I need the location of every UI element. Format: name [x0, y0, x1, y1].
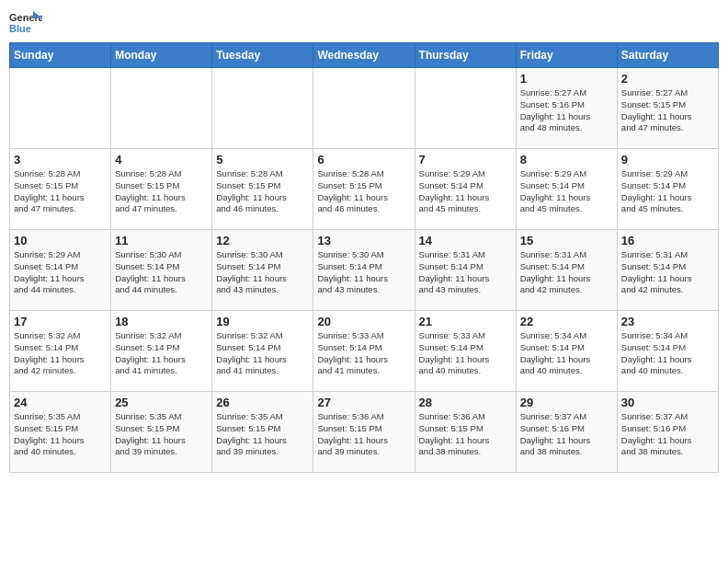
day-info: Sunrise: 5:29 AM Sunset: 5:14 PM Dayligh…	[14, 249, 107, 296]
page-header: General Blue	[9, 9, 719, 35]
calendar-cell: 2Sunrise: 5:27 AM Sunset: 5:15 PM Daylig…	[617, 68, 718, 149]
calendar-cell: 4Sunrise: 5:28 AM Sunset: 5:15 PM Daylig…	[111, 149, 212, 230]
day-number: 22	[520, 315, 613, 328]
day-number: 11	[115, 234, 208, 247]
day-number: 18	[115, 315, 208, 328]
calendar-cell	[313, 68, 415, 149]
calendar-cell: 7Sunrise: 5:29 AM Sunset: 5:14 PM Daylig…	[415, 149, 516, 230]
day-number: 19	[216, 315, 309, 328]
day-number: 4	[115, 153, 208, 167]
calendar-cell: 23Sunrise: 5:34 AM Sunset: 5:14 PM Dayli…	[617, 311, 718, 392]
day-info: Sunrise: 5:31 AM Sunset: 5:14 PM Dayligh…	[520, 249, 613, 296]
day-info: Sunrise: 5:30 AM Sunset: 5:14 PM Dayligh…	[115, 249, 208, 296]
svg-text:Blue: Blue	[9, 23, 31, 34]
day-info: Sunrise: 5:35 AM Sunset: 5:15 PM Dayligh…	[14, 411, 107, 458]
calendar-week-row: 1Sunrise: 5:27 AM Sunset: 5:16 PM Daylig…	[10, 68, 719, 149]
calendar-cell: 10Sunrise: 5:29 AM Sunset: 5:14 PM Dayli…	[10, 230, 111, 311]
calendar-cell: 27Sunrise: 5:36 AM Sunset: 5:15 PM Dayli…	[313, 392, 415, 473]
day-number: 24	[14, 396, 107, 409]
calendar-cell: 15Sunrise: 5:31 AM Sunset: 5:14 PM Dayli…	[516, 230, 617, 311]
day-number: 2	[621, 72, 714, 86]
calendar-cell: 30Sunrise: 5:37 AM Sunset: 5:16 PM Dayli…	[617, 392, 718, 473]
day-number: 6	[317, 153, 410, 167]
calendar-week-row: 24Sunrise: 5:35 AM Sunset: 5:15 PM Dayli…	[10, 392, 719, 473]
day-info: Sunrise: 5:34 AM Sunset: 5:14 PM Dayligh…	[621, 330, 714, 377]
calendar-cell: 13Sunrise: 5:30 AM Sunset: 5:14 PM Dayli…	[313, 230, 415, 311]
calendar-cell: 3Sunrise: 5:28 AM Sunset: 5:15 PM Daylig…	[10, 149, 111, 230]
calendar-week-row: 17Sunrise: 5:32 AM Sunset: 5:14 PM Dayli…	[10, 311, 719, 392]
calendar-cell: 22Sunrise: 5:34 AM Sunset: 5:14 PM Dayli…	[516, 311, 617, 392]
day-info: Sunrise: 5:34 AM Sunset: 5:14 PM Dayligh…	[520, 330, 613, 377]
calendar-cell: 24Sunrise: 5:35 AM Sunset: 5:15 PM Dayli…	[10, 392, 111, 473]
weekday-header: Saturday	[617, 43, 718, 68]
calendar-week-row: 10Sunrise: 5:29 AM Sunset: 5:14 PM Dayli…	[10, 230, 719, 311]
calendar-table: SundayMondayTuesdayWednesdayThursdayFrid…	[9, 42, 719, 473]
day-info: Sunrise: 5:31 AM Sunset: 5:14 PM Dayligh…	[621, 249, 714, 296]
day-info: Sunrise: 5:35 AM Sunset: 5:15 PM Dayligh…	[216, 411, 309, 458]
calendar-cell: 5Sunrise: 5:28 AM Sunset: 5:15 PM Daylig…	[212, 149, 313, 230]
calendar-cell: 20Sunrise: 5:33 AM Sunset: 5:14 PM Dayli…	[313, 311, 415, 392]
calendar-cell: 9Sunrise: 5:29 AM Sunset: 5:14 PM Daylig…	[617, 149, 718, 230]
day-info: Sunrise: 5:33 AM Sunset: 5:14 PM Dayligh…	[419, 330, 512, 377]
calendar-cell: 11Sunrise: 5:30 AM Sunset: 5:14 PM Dayli…	[111, 230, 212, 311]
day-number: 7	[419, 153, 512, 167]
day-info: Sunrise: 5:27 AM Sunset: 5:16 PM Dayligh…	[520, 87, 613, 134]
day-number: 8	[520, 153, 613, 167]
calendar-cell	[415, 68, 516, 149]
day-info: Sunrise: 5:37 AM Sunset: 5:16 PM Dayligh…	[520, 411, 613, 458]
day-number: 27	[317, 396, 410, 409]
day-number: 15	[520, 234, 613, 247]
day-info: Sunrise: 5:30 AM Sunset: 5:14 PM Dayligh…	[216, 249, 309, 296]
calendar-header-row: SundayMondayTuesdayWednesdayThursdayFrid…	[10, 43, 719, 68]
day-info: Sunrise: 5:29 AM Sunset: 5:14 PM Dayligh…	[621, 168, 714, 215]
day-number: 25	[115, 396, 208, 409]
calendar-cell	[212, 68, 313, 149]
day-info: Sunrise: 5:31 AM Sunset: 5:14 PM Dayligh…	[419, 249, 512, 296]
day-info: Sunrise: 5:28 AM Sunset: 5:15 PM Dayligh…	[14, 168, 107, 215]
day-number: 17	[14, 315, 107, 328]
day-info: Sunrise: 5:32 AM Sunset: 5:14 PM Dayligh…	[115, 330, 208, 377]
calendar-cell: 6Sunrise: 5:28 AM Sunset: 5:15 PM Daylig…	[313, 149, 415, 230]
weekday-header: Monday	[111, 43, 212, 68]
day-info: Sunrise: 5:28 AM Sunset: 5:15 PM Dayligh…	[115, 168, 208, 215]
calendar-week-row: 3Sunrise: 5:28 AM Sunset: 5:15 PM Daylig…	[10, 149, 719, 230]
calendar-cell: 26Sunrise: 5:35 AM Sunset: 5:15 PM Dayli…	[212, 392, 313, 473]
day-number: 28	[419, 396, 512, 409]
logo: General Blue	[9, 9, 42, 35]
day-number: 5	[216, 153, 309, 167]
calendar-cell: 29Sunrise: 5:37 AM Sunset: 5:16 PM Dayli…	[516, 392, 617, 473]
calendar-cell: 12Sunrise: 5:30 AM Sunset: 5:14 PM Dayli…	[212, 230, 313, 311]
day-info: Sunrise: 5:36 AM Sunset: 5:15 PM Dayligh…	[419, 411, 512, 458]
day-info: Sunrise: 5:28 AM Sunset: 5:15 PM Dayligh…	[216, 168, 309, 215]
day-number: 30	[621, 396, 714, 409]
calendar-cell: 25Sunrise: 5:35 AM Sunset: 5:15 PM Dayli…	[111, 392, 212, 473]
weekday-header: Thursday	[415, 43, 516, 68]
weekday-header: Sunday	[10, 43, 111, 68]
day-number: 29	[520, 396, 613, 409]
day-number: 3	[14, 153, 107, 167]
calendar-cell: 21Sunrise: 5:33 AM Sunset: 5:14 PM Dayli…	[415, 311, 516, 392]
day-info: Sunrise: 5:29 AM Sunset: 5:14 PM Dayligh…	[419, 168, 512, 215]
day-number: 16	[621, 234, 714, 247]
logo-icon: General Blue	[9, 9, 42, 35]
day-info: Sunrise: 5:29 AM Sunset: 5:14 PM Dayligh…	[520, 168, 613, 215]
day-number: 10	[14, 234, 107, 247]
calendar-cell: 14Sunrise: 5:31 AM Sunset: 5:14 PM Dayli…	[415, 230, 516, 311]
day-number: 13	[317, 234, 410, 247]
calendar-cell: 28Sunrise: 5:36 AM Sunset: 5:15 PM Dayli…	[415, 392, 516, 473]
day-info: Sunrise: 5:32 AM Sunset: 5:14 PM Dayligh…	[216, 330, 309, 377]
weekday-header: Friday	[516, 43, 617, 68]
day-info: Sunrise: 5:37 AM Sunset: 5:16 PM Dayligh…	[621, 411, 714, 458]
day-info: Sunrise: 5:33 AM Sunset: 5:14 PM Dayligh…	[317, 330, 410, 377]
day-number: 20	[317, 315, 410, 328]
day-number: 14	[419, 234, 512, 247]
calendar-cell	[10, 68, 111, 149]
day-info: Sunrise: 5:35 AM Sunset: 5:15 PM Dayligh…	[115, 411, 208, 458]
calendar-cell: 18Sunrise: 5:32 AM Sunset: 5:14 PM Dayli…	[111, 311, 212, 392]
day-info: Sunrise: 5:27 AM Sunset: 5:15 PM Dayligh…	[621, 87, 714, 134]
day-info: Sunrise: 5:36 AM Sunset: 5:15 PM Dayligh…	[317, 411, 410, 458]
day-number: 1	[520, 72, 613, 86]
calendar-cell	[111, 68, 212, 149]
weekday-header: Wednesday	[313, 43, 415, 68]
day-number: 26	[216, 396, 309, 409]
